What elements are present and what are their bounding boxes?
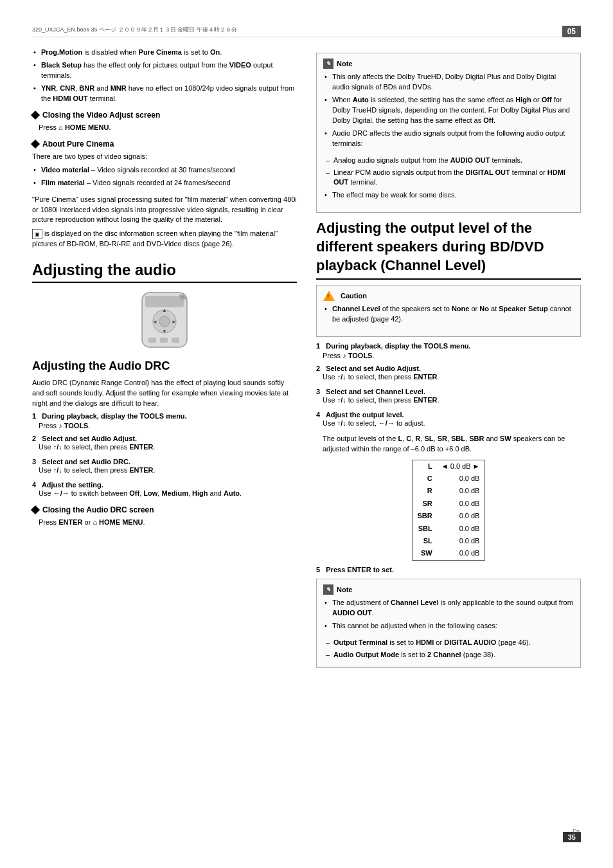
channel-row-SR: SR 0.0 dB xyxy=(412,498,485,510)
diamond-icon-3 xyxy=(31,505,40,514)
note2-dash-2: Audio Output Mode is set to 2 Channel (p… xyxy=(323,650,574,660)
bullet-prog-motion: Prog.Motion is disabled when Pure Cinema… xyxy=(32,48,297,58)
closing-video-heading-text: Closing the Video Adjust screen xyxy=(42,111,160,120)
note-box-2-title: ✎ Note xyxy=(323,584,574,595)
note-icon: ✎ xyxy=(323,59,333,69)
header-text: 320_UXJCA_EN.book 35 ページ ２００９年２月１３日 金曜日 … xyxy=(32,26,237,34)
right-step-1-title: 1 During playback, display the TOOLS men… xyxy=(316,342,581,350)
about-bullet-video: Video material – Video signals recorded … xyxy=(32,165,297,176)
right-step-4: 4 Adjust the output level. Use ↑/↓ to se… xyxy=(316,411,581,429)
note2-bullet-1: The adjustment of Channel Level is only … xyxy=(323,598,574,619)
remote-svg: ▲ ▼ ◄ ► T xyxy=(123,289,206,350)
left-step-4-title: 4 Adjust the setting. xyxy=(32,481,297,489)
ch-label-SL: SL xyxy=(412,535,436,547)
left-step-1-press: Press ♪ TOOLS. xyxy=(39,422,297,429)
film-icon-text: ▣ is displayed on the disc information s… xyxy=(32,229,297,249)
right-step-5: 5 Press ENTER to set. xyxy=(316,566,581,574)
right-column: ✎ Note This only affects the Dolby TrueH… xyxy=(316,48,581,673)
top-bullet-list: Prog.Motion is disabled when Pure Cinema… xyxy=(32,48,297,104)
svg-rect-8 xyxy=(148,338,156,343)
svg-text:►: ► xyxy=(172,319,177,325)
svg-rect-10 xyxy=(172,338,179,343)
note-title-text: Note xyxy=(337,60,352,68)
svg-text:◄: ◄ xyxy=(152,319,157,325)
left-step-2: 2 Select and set Audio Adjust. Use ↑/↓ t… xyxy=(32,435,297,453)
drc-intro: Audio DRC (Dynamic Range Control) has th… xyxy=(32,378,297,409)
ch-label-SW: SW xyxy=(412,547,436,560)
caution-box-title: Caution xyxy=(323,291,574,301)
ch-val-R: 0.0 dB xyxy=(436,485,485,497)
note-box-top-title: ✎ Note xyxy=(323,59,574,69)
adjusting-audio-heading: Adjusting the audio xyxy=(32,261,297,283)
note-dash-list: Analog audio signals output from the AUD… xyxy=(323,156,574,188)
about-bullet-film: Film material – Video signals recorded a… xyxy=(32,178,297,188)
about-bullets: Video material – Video signals recorded … xyxy=(32,165,297,188)
left-step-3-title: 3 Select and set Audio DRC. xyxy=(32,458,297,466)
note2-bullet-2: This cannot be adjusted when in the foll… xyxy=(323,621,574,631)
closing-audio-heading-text: Closing the Audio DRC screen xyxy=(42,505,154,514)
right-step-3: 3 Select and set Channel Level. Use ↑/↓ … xyxy=(316,388,581,406)
film-icon: ▣ xyxy=(32,229,42,239)
page: 05 320_UXJCA_EN.book 35 ページ ２００９年２月１３日 金… xyxy=(0,0,613,868)
remote-image-area: ▲ ▼ ◄ ► T xyxy=(32,289,297,352)
ch-label-SR: SR xyxy=(412,498,436,510)
ch-label-L: L xyxy=(412,460,436,473)
big-section-heading-text: Adjusting the output level of the differ… xyxy=(316,220,544,273)
tools-icon-left: ♪ xyxy=(58,422,62,429)
channel-row-L: L ◄ 0.0 dB ► xyxy=(412,460,485,473)
tab-badge: 05 xyxy=(562,26,581,37)
two-col-layout: Prog.Motion is disabled when Pure Cinema… xyxy=(32,48,581,673)
right-step-4-detail: Use ↑/↓ to select, ←/→ to adjust. xyxy=(323,419,581,429)
svg-text:▼: ▼ xyxy=(162,329,167,334)
channel-row-SL: SL 0.0 dB xyxy=(412,535,485,547)
diamond-icon-2 xyxy=(31,140,40,149)
svg-point-3 xyxy=(159,316,170,327)
closing-video-press: Press ⌂ HOME MENU. xyxy=(39,123,297,133)
right-step-1-press: Press ♪ TOOLS. xyxy=(323,352,581,359)
ch-label-SBL: SBL xyxy=(412,523,436,535)
left-step-4: 4 Adjust the setting. Use ←/→ to switch … xyxy=(32,481,297,499)
ch-val-SR: 0.0 dB xyxy=(436,498,485,510)
note-box-2: ✎ Note The adjustment of Channel Level i… xyxy=(316,579,581,669)
caution-bullet-list: Channel Level of the speakers set to Non… xyxy=(323,304,574,325)
ch-val-SL: 0.0 dB xyxy=(436,535,485,547)
left-step-3-detail: Use ↑/↓ to select, then press ENTER. xyxy=(39,466,297,476)
left-step-2-title: 2 Select and set Audio Adjust. xyxy=(32,435,297,442)
note2-bullet-list: The adjustment of Channel Level is only … xyxy=(323,598,574,631)
note-bullet-2: When Auto is selected, the setting has t… xyxy=(323,95,574,126)
right-step-2: 2 Select and set Audio Adjust. Use ↑/↓ t… xyxy=(316,365,581,383)
left-step-1-title: 1 During playback, display the TOOLS men… xyxy=(32,412,297,420)
ch-val-SBR: 0.0 dB xyxy=(436,510,485,522)
left-step-2-detail: Use ↑/↓ to select, then press ENTER. xyxy=(39,442,297,453)
ch-label-C: C xyxy=(412,473,436,485)
right-step-1: 1 During playback, display the TOOLS men… xyxy=(316,342,581,359)
channel-row-C: C 0.0 dB xyxy=(412,473,485,485)
bullet-black-setup: Black Setup has the effect only for pict… xyxy=(32,60,297,81)
svg-text:T: T xyxy=(181,296,183,300)
right-step-4-title: 4 Adjust the output level. xyxy=(316,411,581,419)
svg-rect-1 xyxy=(145,296,184,307)
big-section-heading: Adjusting the output level of the differ… xyxy=(316,219,581,280)
right-step-3-detail: Use ↑/↓ to select, then press ENTER. xyxy=(323,395,581,406)
note-dash-1: Analog audio signals output from the AUD… xyxy=(323,156,574,166)
left-column: Prog.Motion is disabled when Pure Cinema… xyxy=(32,48,297,673)
svg-rect-9 xyxy=(160,338,168,343)
note2-dash-list: Output Terminal is set to HDMI or DIGITA… xyxy=(323,638,574,660)
note-box-top: ✎ Note This only affects the Dolby TrueH… xyxy=(316,53,581,213)
closing-audio-heading: Closing the Audio DRC screen xyxy=(32,505,297,514)
page-number-label: En xyxy=(573,828,580,835)
channel-row-R: R 0.0 dB xyxy=(412,485,485,497)
home-icon-2: ⌂ xyxy=(93,518,97,528)
ch-val-SBL: 0.0 dB xyxy=(436,523,485,535)
caution-title-text: Caution xyxy=(341,292,367,300)
about-pure-cinema-text: About Pure Cinema xyxy=(42,140,114,149)
note2-title-text: Note xyxy=(337,586,352,593)
ch-val-L: ◄ 0.0 dB ► xyxy=(436,460,485,473)
about-para: "Pure Cinema" uses signal processing sui… xyxy=(32,195,297,226)
right-step-2-title: 2 Select and set Audio Adjust. xyxy=(316,365,581,372)
right-step-2-detail: Use ↑/↓ to select, then press ENTER. xyxy=(323,372,581,383)
header-strip: 320_UXJCA_EN.book 35 ページ ２００９年２月１３日 金曜日 … xyxy=(32,26,581,37)
caution-icon xyxy=(323,291,335,301)
note-dash-2: Linear PCM audio signals output from the… xyxy=(323,168,574,188)
channel-table: L ◄ 0.0 dB ► C 0.0 dB R 0.0 dB SR 0.0 dB… xyxy=(412,460,486,561)
